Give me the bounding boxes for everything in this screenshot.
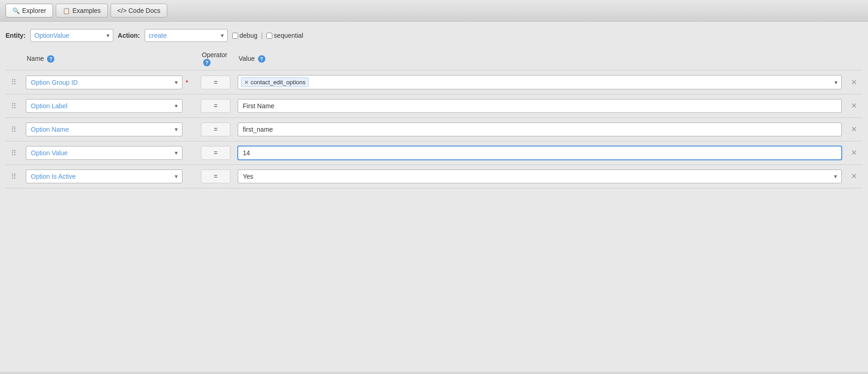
remove-button-3[interactable]: ✕ [849,126,859,133]
drag-handle-4[interactable]: ⠿ [9,149,18,157]
remove-button-4[interactable]: ✕ [849,149,859,157]
operator-field-5: = [201,169,230,183]
header-operator-text: Operator [202,51,227,58]
table-row: ⠿ Option Value ▼ = ✕ [6,141,862,165]
remove-button-2[interactable]: ✕ [849,102,859,110]
field-select-wrapper-3: Option Name ▼ [26,123,182,136]
tag-input-1[interactable]: ✕ contact_edit_options ▼ [238,75,842,89]
header-name-text: Name [27,55,44,62]
tag-input-arrow-1-icon: ▼ [833,80,839,85]
header-value-text: Value [239,55,255,62]
sequential-checkbox[interactable] [266,33,272,39]
value-cell-1: ✕ contact_edit_options ▼ [234,70,845,94]
field-select-5[interactable]: Option Is Active [26,169,182,183]
sequential-label-text: sequential [274,32,303,39]
tag-text-1: contact_edit_options [251,79,305,86]
value-input-4[interactable] [238,146,842,160]
tag-1: ✕ contact_edit_options [241,77,309,87]
remove-button-1[interactable]: ✕ [849,79,859,86]
field-select-3[interactable]: Option Name [26,123,182,136]
table-row: ⠿ Option Label ▼ = ✕ [6,94,862,118]
field-cell-1: Option Group ID ▼ * [22,70,197,94]
operator-cell-3: = [197,118,234,141]
main-content: Entity: OptionValue ▼ Action: create ▼ d… [0,22,868,372]
field-select-2[interactable]: Option Label [26,99,182,113]
remove-cell-3: ✕ [845,118,862,141]
operator-cell-2: = [197,94,234,118]
name-help-icon[interactable]: ? [47,55,54,63]
value-select-5[interactable]: Yes No [238,169,842,183]
entity-select-wrapper: OptionValue ▼ [30,29,113,42]
field-cell-5: Option Is Active ▼ [22,165,197,188]
action-label: Action: [118,32,140,39]
sequential-checkbox-label[interactable]: sequential [266,32,303,39]
tab-examples[interactable]: 📋 Examples [56,4,107,18]
tab-examples-label: Examples [72,7,100,14]
value-cell-2 [234,94,845,118]
table-row: ⠿ Option Name ▼ = ✕ [6,118,862,141]
field-cell-4: Option Value ▼ [22,141,197,165]
entity-label: Entity: [6,32,26,39]
header-remove [845,48,862,70]
form-table: Name ? Operator ? Value ? ⠿ [6,48,862,188]
action-select[interactable]: create [145,29,228,42]
value-input-3[interactable] [238,123,842,136]
operator-field-3: = [201,123,230,136]
tab-code-docs-label: </> Code Docs [117,7,160,14]
operator-cell-1: = [197,70,234,94]
drag-handle-2[interactable]: ⠿ [9,102,18,110]
drag-handle-3[interactable]: ⠿ [9,126,18,134]
tab-explorer[interactable]: 🔍 Explorer [6,4,53,18]
table-row: ⠿ Option Is Active ▼ = Y [6,165,862,188]
remove-cell-5: ✕ [845,165,862,188]
debug-label-text: debug [240,32,258,39]
tag-remove-1[interactable]: ✕ [244,79,249,86]
table-header-row: Name ? Operator ? Value ? [6,48,862,70]
remove-cell-4: ✕ [845,141,862,165]
value-cell-4 [234,141,845,165]
examples-icon: 📋 [63,7,70,14]
separator: | [261,32,263,39]
operator-field-1: = [201,76,230,89]
tab-code-docs[interactable]: </> Code Docs [111,4,167,18]
header-value: Value ? [234,48,845,70]
value-help-icon[interactable]: ? [258,55,265,63]
entity-action-row: Entity: OptionValue ▼ Action: create ▼ d… [6,29,862,42]
field-select-wrapper-2: Option Label ▼ [26,99,182,113]
drag-cell-3: ⠿ [6,118,22,141]
operator-help-icon[interactable]: ? [203,59,211,66]
operator-field-4: = [201,146,230,160]
remove-cell-1: ✕ [845,70,862,94]
field-select-wrapper-4: Option Value ▼ [26,146,182,160]
drag-cell-1: ⠿ [6,70,22,94]
operator-cell-4: = [197,141,234,165]
value-input-2[interactable] [238,99,842,113]
field-cell-3: Option Name ▼ [22,118,197,141]
header-drag [6,48,22,70]
required-star-1: * [186,79,188,86]
header-operator: Operator ? [197,48,234,70]
field-select-wrapper-1: Option Group ID ▼ [26,76,182,89]
debug-area: debug | sequential [232,32,303,39]
drag-handle-5[interactable]: ⠿ [9,173,18,181]
remove-button-5[interactable]: ✕ [849,173,859,180]
drag-cell-4: ⠿ [6,141,22,165]
top-nav: 🔍 Explorer 📋 Examples </> Code Docs [0,0,868,22]
field-select-1[interactable]: Option Group ID [26,76,182,89]
action-select-wrapper: create ▼ [145,29,228,42]
entity-select[interactable]: OptionValue [30,29,113,42]
tab-explorer-label: Explorer [22,7,46,14]
field-select-4[interactable]: Option Value [26,146,182,160]
debug-checkbox-label[interactable]: debug [232,32,258,39]
value-cell-5: Yes No ▼ [234,165,845,188]
drag-handle-1[interactable]: ⠿ [9,78,18,86]
header-name: Name ? [22,48,197,70]
operator-field-2: = [201,99,230,113]
explorer-icon: 🔍 [12,7,20,14]
field-select-wrapper-5: Option Is Active ▼ [26,169,182,183]
debug-checkbox[interactable] [232,33,238,39]
table-row: ⠿ Option Group ID ▼ * = [6,70,862,94]
drag-cell-5: ⠿ [6,165,22,188]
operator-cell-5: = [197,165,234,188]
remove-cell-2: ✕ [845,94,862,118]
